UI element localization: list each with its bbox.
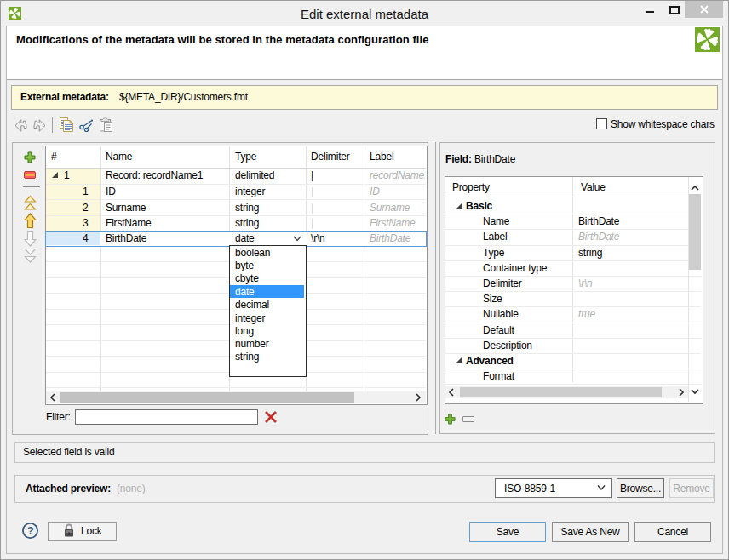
svg-text:?: ? — [27, 524, 34, 537]
